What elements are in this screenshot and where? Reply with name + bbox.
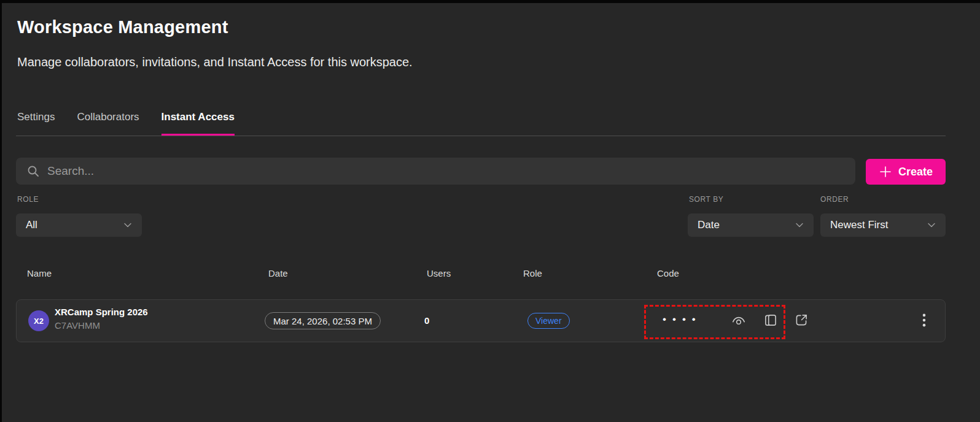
role-filter-value: All (26, 219, 37, 231)
window-top-edge (0, 0, 980, 3)
tab-collaborators[interactable]: Collaborators (77, 111, 139, 136)
row-code-id: C7AVHMM (55, 320, 100, 331)
copy-icon (763, 312, 779, 328)
masked-code: •••• (663, 313, 702, 326)
external-link-icon (793, 312, 809, 328)
workspace-management-screen: Workspace Management Manage collaborator… (0, 0, 980, 422)
users-count: 0 (424, 315, 429, 326)
order-dropdown[interactable]: Newest First (820, 213, 946, 237)
order-filter-label: ORDER (820, 195, 849, 204)
search-input[interactable] (40, 158, 855, 185)
date-badge: Mar 24, 2026, 02:53 PM (265, 312, 381, 329)
kebab-menu-icon (916, 312, 932, 328)
table-row[interactable]: X2 XRCamp Spring 2026 C7AVHMM Mar 24, 20… (16, 299, 946, 342)
copy-code-button[interactable] (761, 310, 780, 330)
open-link-button[interactable] (791, 310, 811, 330)
role-filter-label: ROLE (17, 195, 39, 204)
tab-bar: Settings Collaborators Instant Access (17, 111, 235, 136)
plus-icon (879, 165, 892, 178)
search-icon (26, 164, 40, 178)
eye-icon (731, 313, 747, 329)
sort-by-filter-label: SORT BY (689, 195, 723, 204)
row-menu-button[interactable] (914, 310, 934, 330)
sort-by-value: Date (698, 219, 720, 231)
reveal-code-button[interactable] (729, 311, 749, 331)
sort-by-dropdown[interactable]: Date (688, 213, 814, 237)
avatar: X2 (28, 310, 49, 331)
column-header-date: Date (268, 268, 288, 278)
chevron-down-icon (793, 219, 806, 231)
role-badge: Viewer (527, 313, 570, 329)
column-header-users: Users (427, 268, 451, 278)
page-title: Workspace Management (17, 17, 228, 37)
order-value: Newest First (830, 219, 888, 231)
tab-instant-access[interactable]: Instant Access (161, 111, 235, 136)
search-bar (16, 158, 855, 185)
column-header-name: Name (27, 268, 52, 278)
chevron-down-icon (122, 219, 134, 231)
column-header-role: Role (523, 268, 542, 278)
create-button-label: Create (898, 166, 933, 178)
tab-settings[interactable]: Settings (17, 111, 55, 136)
role-filter-dropdown[interactable]: All (16, 213, 142, 237)
row-name: XRCamp Spring 2026 (55, 307, 148, 317)
page-subtitle: Manage collaborators, invitations, and I… (17, 55, 413, 69)
window-left-edge (0, 0, 2, 422)
chevron-down-icon (925, 219, 938, 231)
create-button[interactable]: Create (866, 159, 946, 185)
tabs-divider (16, 136, 946, 136)
column-header-code: Code (657, 268, 679, 278)
